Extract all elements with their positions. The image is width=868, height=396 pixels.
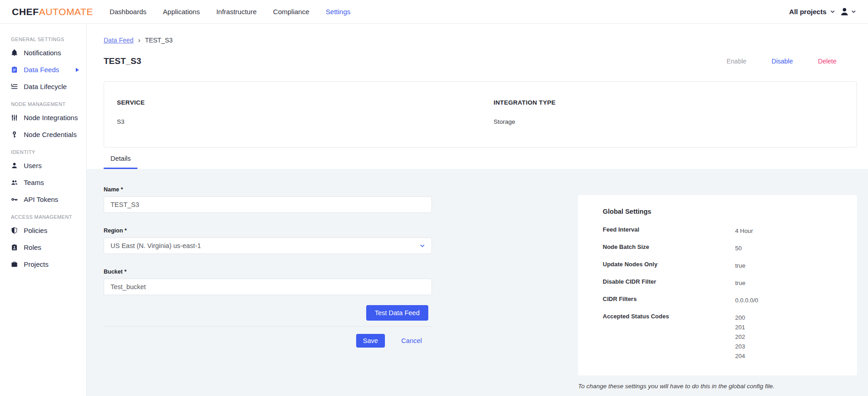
- sidebar-item-label: Data Lifecycle: [24, 83, 67, 90]
- region-select[interactable]: US East (N. Virginia) us-east-1: [104, 238, 432, 254]
- test-data-feed-button[interactable]: Test Data Feed: [366, 305, 428, 321]
- user-icon: [11, 162, 18, 169]
- sidebar: GENERAL SETTINGS Notifications Data Feed…: [0, 24, 87, 396]
- sidebar-item-label: Node Credentials: [24, 131, 77, 138]
- sidebar-heading-access-management: ACCESS MANAGEMENT: [0, 208, 86, 222]
- logo-chef-text: CHEF: [12, 6, 39, 17]
- service-value: S3: [117, 118, 494, 125]
- name-field[interactable]: [104, 196, 432, 213]
- sidebar-item-label: Users: [24, 162, 42, 169]
- chevron-down-icon: [851, 9, 856, 14]
- sidebar-item-projects[interactable]: Projects: [0, 256, 86, 273]
- enable-button[interactable]: Enable: [726, 58, 747, 65]
- sidebar-item-policies[interactable]: Policies: [0, 222, 86, 239]
- tab-details-label: Details: [110, 155, 131, 162]
- sidebar-item-label: Notifications: [24, 49, 61, 57]
- sidebar-item-label: API Tokens: [24, 195, 58, 203]
- sliders-icon: [11, 114, 18, 121]
- lifecycle-icon: [11, 83, 18, 90]
- sidebar-item-api-tokens[interactable]: API Tokens: [0, 191, 86, 208]
- nav-infrastructure[interactable]: Infrastructure: [216, 8, 257, 16]
- page-actions: Enable Disable Delete: [726, 58, 836, 65]
- app-root: CHEFAUTOMATE Dashboards Applications Inf…: [0, 0, 868, 396]
- sidebar-item-teams[interactable]: Teams: [0, 174, 86, 191]
- projects-filter-dropdown[interactable]: All projects: [789, 8, 835, 16]
- global-settings-panel: Global Settings Feed Interval 4 Hour Nod…: [578, 195, 857, 375]
- chevron-down-icon: [420, 243, 425, 248]
- setting-row-accepted-status-codes: Accepted Status Codes 200 201 202 203 20…: [603, 313, 843, 361]
- delete-button[interactable]: Delete: [818, 58, 836, 65]
- region-select-value: US East (N. Virginia) us-east-1: [110, 242, 201, 249]
- nav-settings[interactable]: Settings: [326, 8, 350, 16]
- form-divider: [104, 326, 432, 327]
- sidebar-item-label: Teams: [24, 179, 44, 186]
- global-settings-footnote: To change these settings you will have t…: [578, 383, 857, 390]
- clipboard-icon: [11, 66, 18, 73]
- shield-icon: [11, 227, 18, 234]
- disable-button[interactable]: Disable: [772, 58, 793, 65]
- badge-icon: [11, 244, 18, 251]
- sidebar-heading-identity: IDENTITY: [0, 143, 86, 157]
- page-title: TEST_S3: [104, 56, 141, 66]
- save-button[interactable]: Save: [356, 334, 385, 348]
- header-right: All projects: [789, 7, 856, 16]
- bucket-field-label: Bucket *: [104, 269, 432, 275]
- nav-compliance[interactable]: Compliance: [273, 8, 309, 16]
- token-key-icon: [11, 196, 18, 203]
- top-nav: CHEFAUTOMATE Dashboards Applications Inf…: [0, 0, 868, 24]
- logo-automate-text: AUTOMATE: [39, 6, 93, 17]
- bucket-field[interactable]: [104, 279, 432, 295]
- sidebar-item-notifications[interactable]: Notifications: [0, 44, 86, 61]
- sidebar-item-label: Roles: [24, 243, 41, 251]
- sidebar-item-roles[interactable]: Roles: [0, 239, 86, 256]
- nav-applications[interactable]: Applications: [163, 8, 200, 16]
- sidebar-item-label: Data Feeds: [24, 66, 59, 74]
- cancel-button[interactable]: Cancel: [401, 337, 422, 344]
- chevron-down-icon: [830, 9, 835, 14]
- setting-row-update-nodes-only: Update Nodes Only true: [603, 261, 843, 270]
- key-icon: [11, 131, 18, 138]
- sidebar-item-node-credentials[interactable]: Node Credentials: [0, 126, 86, 143]
- user-avatar-icon: [840, 7, 849, 16]
- breadcrumb-data-feed-link[interactable]: Data Feed: [104, 37, 133, 44]
- tab-details[interactable]: Details: [104, 155, 137, 169]
- sidebar-item-label: Projects: [24, 260, 48, 268]
- sidebar-item-data-feeds[interactable]: Data Feeds: [0, 61, 86, 78]
- main-content: Data Feed › TEST_S3 TEST_S3 Enable Disab…: [87, 24, 868, 396]
- name-field-label: Name *: [104, 186, 432, 193]
- sidebar-item-users[interactable]: Users: [0, 157, 86, 174]
- summary-card: SERVICE S3 INTEGRATION TYPE Storage: [104, 81, 857, 148]
- global-settings-title: Global Settings: [603, 208, 843, 215]
- data-feed-form: Name * Region * US East (N. Virginia) us…: [104, 186, 432, 348]
- projects-filter-label: All projects: [789, 8, 826, 16]
- main-nav: Dashboards Applications Infrastructure C…: [110, 8, 351, 16]
- chef-automate-logo[interactable]: CHEFAUTOMATE: [12, 6, 93, 17]
- setting-row-node-batch-size: Node Batch Size 50: [603, 243, 843, 253]
- sidebar-heading-node-management: NODE MANAGEMENT: [0, 95, 86, 109]
- submenu-arrow-icon: [76, 68, 79, 72]
- service-label: SERVICE: [117, 99, 494, 106]
- region-field-label: Region *: [104, 227, 432, 234]
- breadcrumb: Data Feed › TEST_S3: [104, 36, 857, 44]
- setting-row-cidr-filters: CIDR Filters 0.0.0.0/0: [603, 296, 843, 305]
- setting-row-disable-cidr-filter: Disable CIDR Filter true: [603, 278, 843, 288]
- breadcrumb-separator: ›: [138, 36, 140, 44]
- setting-row-feed-interval: Feed Interval 4 Hour: [603, 226, 843, 236]
- sidebar-item-data-lifecycle[interactable]: Data Lifecycle: [0, 78, 86, 95]
- sidebar-heading-general-settings: GENERAL SETTINGS: [0, 30, 86, 44]
- sidebar-item-label: Node Integrations: [24, 114, 78, 121]
- bell-icon: [11, 49, 18, 56]
- user-menu[interactable]: [840, 7, 856, 16]
- integration-type-label: INTEGRATION TYPE: [494, 99, 556, 106]
- nav-dashboards[interactable]: Dashboards: [110, 8, 147, 16]
- briefcase-icon: [11, 261, 18, 268]
- integration-type-value: Storage: [494, 118, 556, 125]
- sidebar-item-node-integrations[interactable]: Node Integrations: [0, 109, 86, 126]
- people-icon: [11, 179, 18, 186]
- sidebar-item-label: Policies: [24, 227, 47, 234]
- breadcrumb-current: TEST_S3: [145, 37, 173, 44]
- tab-bar: Details: [104, 148, 857, 169]
